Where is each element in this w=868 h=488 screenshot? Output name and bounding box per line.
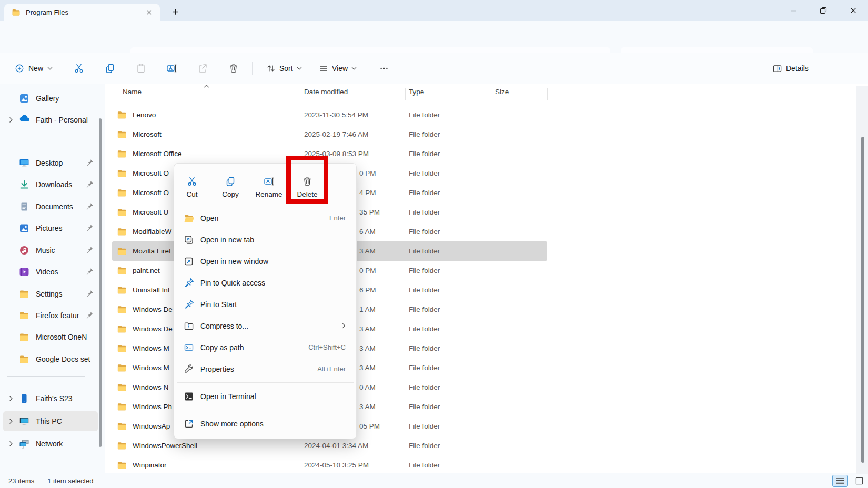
copy-button[interactable]	[99, 58, 120, 79]
details-button-label: Details	[786, 64, 809, 73]
sidebar-item-firefox-featur[interactable]: Firefox featur	[3, 306, 98, 326]
sidebar-item-videos[interactable]: Videos	[3, 262, 98, 282]
copy-path-icon	[184, 342, 194, 353]
menu-item-open[interactable]: OpenEnter	[176, 207, 354, 229]
folder-icon	[19, 332, 29, 342]
details-pane-button[interactable]: Details	[767, 58, 814, 79]
menu-item-show-more-options[interactable]: Show more options	[176, 413, 354, 434]
column-divider[interactable]	[492, 88, 492, 100]
view-button[interactable]: View	[314, 58, 362, 79]
pin-icon	[85, 159, 94, 167]
tab-program-files[interactable]: Program Files	[4, 4, 160, 21]
folder-icon	[117, 188, 127, 198]
column-header-size[interactable]: Size	[495, 88, 547, 96]
menu-item-open-in-terminal[interactable]: Open in Terminal	[176, 385, 354, 407]
sidebar-item-this-pc[interactable]: This PC	[3, 411, 98, 431]
menu-item-label: Compress to...	[200, 322, 342, 330]
sidebar-item-label: Desktop	[36, 159, 85, 167]
context-rename-button[interactable]: Rename	[254, 170, 284, 204]
table-row[interactable]: Microsoft2025-02-19 7:46 AMFile folder	[112, 125, 547, 144]
file-name-cell: Lenovo	[112, 110, 304, 120]
minimize-button[interactable]	[778, 0, 808, 21]
tab-close-icon[interactable]	[143, 7, 155, 18]
scrollbar-track[interactable]	[856, 86, 868, 474]
column-divider[interactable]	[547, 88, 548, 100]
menu-item-open-in-new-tab[interactable]: Open in new tab	[176, 229, 354, 250]
scrollbar-thumb[interactable]	[861, 137, 864, 463]
sidebar-item-documents[interactable]: Documents	[3, 197, 98, 217]
sidebar-item-label: Music	[36, 246, 85, 255]
file-name: ModifiableW	[133, 228, 171, 236]
sidebar-item-google-docs-set[interactable]: Google Docs set	[3, 349, 98, 369]
sidebar-item-gallery[interactable]: Gallery	[3, 88, 98, 108]
wrench-icon	[184, 364, 194, 374]
toolbar-divider	[62, 62, 62, 75]
new-tab-button[interactable]	[168, 5, 182, 18]
sidebar-item-label: This PC	[36, 417, 98, 425]
rename-button[interactable]	[161, 58, 182, 79]
more-options-button[interactable]	[374, 58, 395, 79]
table-row[interactable]: Lenovo2023-11-30 5:54 PMFile folder	[112, 105, 547, 125]
chevron-right-icon[interactable]	[3, 441, 19, 447]
sidebar-item-pictures[interactable]: Pictures	[3, 218, 98, 238]
file-type: File folder	[409, 208, 495, 216]
items-count: 23 items	[8, 477, 34, 485]
chevron-right-icon[interactable]	[3, 117, 19, 123]
context-copy-button[interactable]: Copy	[216, 170, 245, 204]
menu-item-pin-to-start[interactable]: Pin to Start	[176, 293, 354, 315]
pin-icon	[85, 180, 94, 189]
highlight-annotation-box	[286, 156, 328, 204]
menu-item-copy-as-path[interactable]: Copy as pathCtrl+Shift+C	[176, 337, 354, 358]
table-row[interactable]: Microsoft Office2025-03-09 8:53 PMFile f…	[112, 144, 547, 164]
folder-icon	[117, 285, 127, 295]
menu-item-open-in-new-window[interactable]: Open in new window	[176, 250, 354, 272]
sidebar-item-faith-s-s23[interactable]: Faith's S23	[3, 389, 98, 409]
file-name: Windows M	[133, 364, 169, 372]
chevron-right-icon[interactable]	[3, 418, 19, 424]
context-cut-button[interactable]: Cut	[177, 170, 207, 204]
sidebar-item-downloads[interactable]: Downloads	[3, 175, 98, 195]
icons-view-toggle[interactable]	[851, 475, 867, 487]
file-name-cell: Winpinator	[112, 460, 304, 470]
folder-icon	[117, 460, 127, 470]
pin-blue-icon	[184, 299, 194, 310]
share-button[interactable]	[192, 58, 213, 79]
file-type: File folder	[409, 461, 495, 469]
selection-count: 1 item selected	[47, 477, 93, 485]
file-date: 2023-11-30 5:54 PM	[304, 111, 409, 119]
sort-ascending-icon[interactable]	[203, 84, 209, 88]
restore-button[interactable]	[808, 0, 838, 21]
menu-item-pin-to-quick-access[interactable]: Pin to Quick access	[176, 272, 354, 293]
sidebar-item-network[interactable]: Network	[3, 434, 98, 454]
sidebar-item-desktop[interactable]: Desktop	[3, 153, 98, 173]
menu-item-properties[interactable]: PropertiesAlt+Enter	[176, 358, 354, 380]
file-type: File folder	[409, 306, 495, 313]
paste-button[interactable]	[130, 58, 152, 79]
menu-item-compress-to-[interactable]: Compress to...	[176, 315, 354, 337]
sidebar-item-microsoft-onen[interactable]: Microsoft OneN	[3, 327, 98, 347]
column-header-name[interactable]: Name	[112, 88, 304, 96]
toolbar-divider	[252, 62, 253, 75]
delete-button[interactable]	[223, 58, 244, 79]
folder-icon	[117, 168, 127, 178]
table-row[interactable]: Winpinator2024-05-10 3:25 PMFile folder	[112, 455, 547, 475]
context-menu-items: OpenEnterOpen in new tabOpen in new wind…	[174, 207, 356, 434]
chevron-right-icon[interactable]	[3, 395, 19, 402]
details-view-toggle[interactable]	[832, 475, 848, 487]
sidebar-item-music[interactable]: Music	[3, 240, 98, 260]
file-name: Microsoft Office	[133, 150, 182, 158]
new-button[interactable]: New	[9, 58, 58, 79]
folder-icon	[19, 310, 29, 321]
sidebar-item-faith-personal[interactable]: Faith - Personal	[3, 110, 98, 130]
column-divider[interactable]	[300, 88, 300, 100]
cut-button[interactable]	[68, 58, 89, 79]
folder-icon	[117, 421, 127, 431]
file-type: File folder	[409, 189, 495, 197]
column-header-date[interactable]: Date modified	[304, 88, 409, 96]
column-header-type[interactable]: Type	[409, 88, 495, 96]
sort-button[interactable]: Sort	[261, 58, 307, 79]
sidebar-scrollbar[interactable]	[99, 118, 102, 447]
sidebar-item-settings[interactable]: Settings	[3, 284, 98, 304]
close-button[interactable]	[838, 0, 868, 21]
column-divider[interactable]	[405, 88, 406, 100]
